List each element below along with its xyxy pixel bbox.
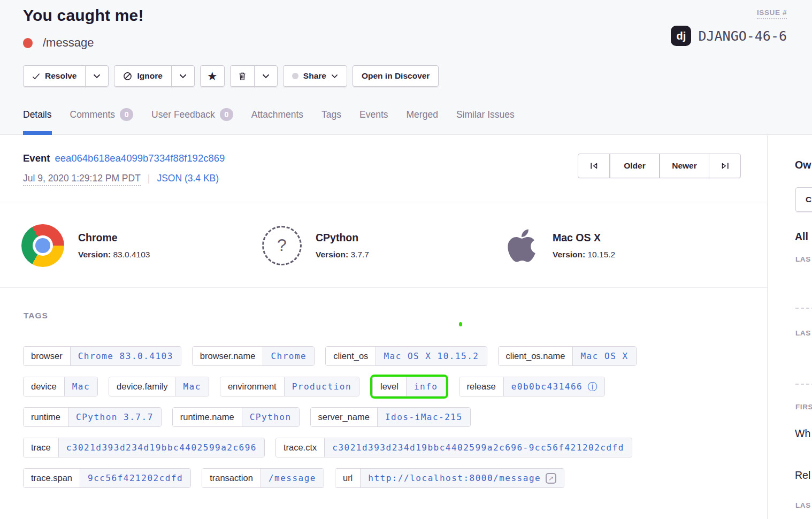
tag-row: deviceMacdevice.familyMacenvironmentProd…: [23, 377, 759, 396]
tab-count-badge: 0: [220, 108, 233, 121]
tag-pill-release[interactable]: releasee0b0bc431466ⓘ: [459, 377, 606, 396]
culprit-text: /message: [43, 36, 94, 50]
event-id-link[interactable]: eea064b618ea4099b7334f88f192c869: [55, 152, 225, 164]
tag-value-text: Mac: [72, 381, 90, 392]
skip-to-oldest-button[interactable]: [578, 154, 610, 178]
tag-row: runtimeCPython 3.7.7runtime.nameCPythons…: [23, 407, 759, 427]
tag-key: device: [24, 377, 64, 396]
tag-value: 9cc56f421202cdfd: [80, 469, 190, 487]
apple-logo-icon: [504, 226, 539, 265]
tag-key: trace: [24, 438, 58, 457]
tag-value: /message: [261, 469, 324, 487]
version-label: Version:: [316, 250, 348, 259]
ignore-button[interactable]: Ignore: [114, 65, 171, 87]
tab-similar-issues[interactable]: Similar Issues: [456, 108, 515, 135]
sidebar-item-8: Wh: [795, 428, 810, 440]
version-value: 3.7.7: [350, 250, 369, 259]
event-label: Event: [23, 152, 50, 164]
tag-value: Mac OS X: [572, 347, 635, 365]
tag-value: http://localhost:8000/message↗: [360, 469, 564, 487]
resolve-dropdown-button[interactable]: [85, 65, 109, 87]
tab-comments[interactable]: Comments0: [70, 108, 134, 135]
tag-pill-client-os[interactable]: client_osMac OS X 10.15.2: [325, 346, 487, 366]
issue-number-label: ISSUE #: [757, 9, 787, 19]
sidebar-item-10: LAS: [795, 501, 811, 509]
external-link-icon[interactable]: ↗: [546, 473, 556, 484]
info-icon[interactable]: ⓘ: [587, 382, 597, 392]
tag-pill-trace[interactable]: tracec3021d393d234d19bbc4402599a2c696: [23, 438, 265, 457]
tag-value-text: Chrome 83.0.4103: [78, 351, 173, 361]
context-name: Chrome: [78, 232, 150, 244]
delete-button[interactable]: [230, 65, 255, 87]
ignore-button-group: Ignore: [114, 65, 194, 87]
resolve-button-group: Resolve: [23, 65, 109, 87]
resolve-button[interactable]: Resolve: [23, 65, 86, 87]
tag-key: client_os.name: [499, 347, 573, 365]
tag-pill-environment[interactable]: environmentProduction: [220, 377, 359, 396]
tag-value: Mac: [64, 377, 97, 396]
tab-user-feedback[interactable]: User Feedback0: [151, 108, 233, 135]
sidebar-item-0: Ow: [795, 159, 811, 171]
sidebar-item-1[interactable]: C: [795, 187, 812, 212]
issue-meta: ISSUE # dj DJANGO-46-6: [671, 9, 787, 46]
tag-pill-device-family[interactable]: device.familyMac: [109, 377, 209, 396]
context-browser: Chrome Version: 83.0.4103: [21, 203, 150, 288]
tag-pill-browser-name[interactable]: browser.nameChrome: [192, 346, 315, 366]
tag-pill-server-name[interactable]: server_nameIdos-iMac-215: [310, 407, 471, 427]
newer-button[interactable]: Newer: [660, 154, 709, 178]
tab-details[interactable]: Details: [23, 108, 52, 135]
tab-count-badge: 0: [120, 108, 133, 121]
tag-pill-transaction[interactable]: transaction/message: [202, 468, 324, 488]
error-level-dot: [23, 38, 33, 48]
tab-events[interactable]: Events: [359, 108, 388, 135]
event-timestamp: Jul 9, 2020 1:29:12 PM PDT: [23, 173, 141, 186]
older-button[interactable]: Older: [610, 154, 660, 178]
tag-value: Production: [284, 377, 359, 396]
event-meta-line: Jul 9, 2020 1:29:12 PM PDT | JSON (3.4 K…: [23, 173, 219, 186]
highlight-box: levelinfo: [370, 375, 448, 399]
tab-bar: DetailsComments0User Feedback0Attachment…: [23, 108, 515, 135]
share-button[interactable]: Share: [283, 65, 347, 87]
check-icon: [32, 73, 40, 80]
event-json-link[interactable]: JSON (3.4 KB): [157, 173, 219, 184]
tag-value: Mac OS X 10.15.2: [376, 347, 486, 365]
issue-header: You caught me! /message Resolve Ignore: [0, 0, 812, 135]
tag-value: Idos-iMac-215: [377, 408, 470, 426]
tag-pill-runtime[interactable]: runtimeCPython 3.7.7: [23, 407, 162, 427]
tab-merged[interactable]: Merged: [407, 108, 438, 135]
tag-pill-runtime-name[interactable]: runtime.nameCPython: [172, 407, 300, 427]
tag-pill-device[interactable]: deviceMac: [23, 377, 98, 396]
tag-value: CPython: [242, 408, 299, 426]
ignore-dropdown-button[interactable]: [171, 65, 195, 87]
bookmark-button[interactable]: ★: [200, 65, 225, 87]
star-icon: ★: [208, 71, 217, 81]
skip-to-newest-button[interactable]: [709, 154, 741, 178]
open-in-discover-button[interactable]: Open in Discover: [353, 65, 439, 87]
tag-value: info: [406, 377, 446, 396]
culprit-row: /message: [23, 36, 94, 50]
tag-pill-browser[interactable]: browserChrome 83.0.4103: [23, 346, 181, 366]
tab-label: Similar Issues: [456, 109, 515, 120]
tags-heading: TAGS: [24, 311, 48, 320]
tab-tags[interactable]: Tags: [321, 108, 341, 135]
tag-pill-level[interactable]: levelinfo: [372, 377, 446, 396]
context-os: Mac OS X Version: 10.15.2: [504, 203, 615, 288]
tag-value: Mac: [175, 377, 208, 396]
tag-key: level: [373, 377, 406, 396]
tag-pill-trace-ctx[interactable]: trace.ctxc3021d393d234d19bbc4402599a2c69…: [275, 438, 632, 457]
event-contexts: Chrome Version: 83.0.4103 ? CPython Vers…: [0, 203, 767, 288]
tag-key: browser.name: [193, 347, 263, 365]
tag-pill-url[interactable]: urlhttp://localhost:8000/message↗: [335, 468, 564, 488]
tag-pill-client-os-name[interactable]: client_os.nameMac OS X: [498, 346, 637, 366]
issue-short-id: DJANGO-46-6: [698, 28, 787, 44]
tag-value-text: info: [414, 381, 438, 392]
delete-dropdown-button[interactable]: [254, 65, 278, 87]
tab-attachments[interactable]: Attachments: [251, 108, 303, 135]
sidebar-item-5: LAS: [795, 329, 811, 337]
mute-icon: [123, 72, 132, 81]
tag-value-text: Mac OS X: [580, 351, 628, 361]
context-name: Mac OS X: [553, 232, 615, 244]
tag-value: Chrome: [263, 347, 314, 365]
tag-pill-trace-span[interactable]: trace.span9cc56f421202cdfd: [23, 468, 191, 488]
tag-key: trace.span: [24, 469, 80, 487]
